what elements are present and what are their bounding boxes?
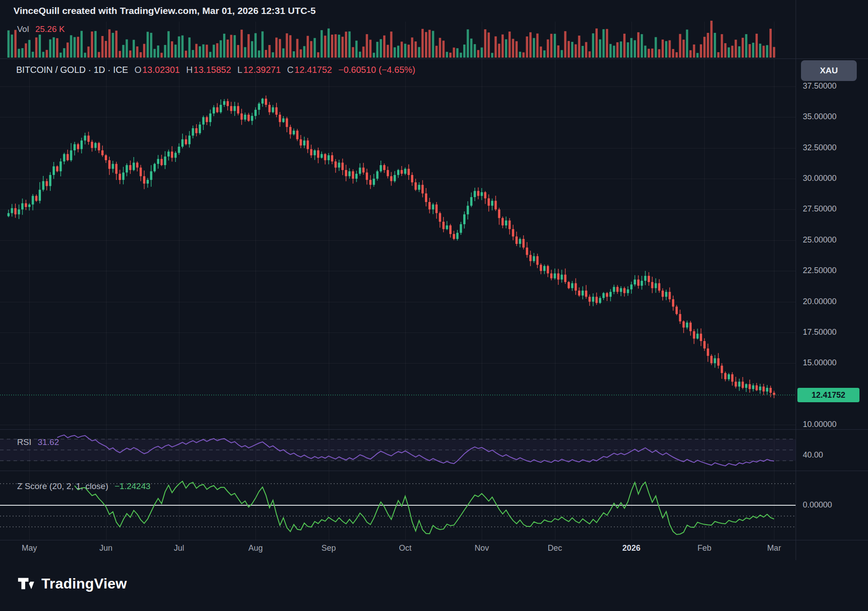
price-tick-label: 37.50000 — [803, 81, 837, 91]
rsi-axis-label: 40.00 — [803, 450, 823, 460]
price-tick-label: 32.50000 — [803, 143, 837, 153]
brand-name: TradingView — [41, 575, 127, 592]
ohlc-high: H13.15852 — [186, 65, 231, 75]
price-tick-label: 20.00000 — [803, 297, 837, 306]
time-tick-label: Dec — [537, 544, 573, 553]
time-tick-label: May — [11, 544, 47, 553]
zscore-axis-label: 0.00000 — [803, 500, 832, 510]
zscore-label: Z Score (20, 2, 1, close) — [17, 481, 108, 491]
time-tick-label: Sep — [311, 544, 347, 553]
price-tick-label: 17.50000 — [803, 328, 837, 337]
attribution-text: VinceQuill created with TradingView.com,… — [13, 5, 316, 16]
time-tick-label: Jul — [161, 544, 197, 553]
price-axis[interactable]: 37.5000035.0000032.5000030.0000027.50000… — [796, 0, 868, 560]
time-tick-label: Jun — [88, 544, 124, 553]
time-tick-label: Mar — [756, 544, 792, 553]
tradingview-chart: VinceQuill created with TradingView.com,… — [0, 0, 868, 611]
time-tick-label: Oct — [387, 544, 423, 553]
time-tick-label: Aug — [237, 544, 273, 553]
volume-legend: Vol 25.26 K — [17, 24, 65, 34]
ohlc-low: L12.39271 — [237, 65, 281, 75]
rsi-value: 31.62 — [38, 437, 59, 447]
rsi-label: RSI — [17, 437, 31, 447]
time-tick-label: Nov — [464, 544, 500, 553]
symbol-title[interactable]: BITCOIN / GOLD · 1D · ICE — [16, 65, 128, 75]
time-tick-label: Feb — [686, 544, 722, 553]
footer-brand: TradingView — [16, 574, 127, 593]
price-tick-label: 22.50000 — [803, 266, 837, 275]
volume-value: 25.26 K — [35, 24, 65, 34]
time-tick-label: 2026 — [613, 544, 649, 553]
price-tick-label: 15.00000 — [803, 358, 837, 368]
tradingview-logo-icon — [16, 574, 35, 593]
last-price-badge: 12.41752 — [797, 388, 859, 402]
zscore-legend: Z Score (20, 2, 1, close) −1.24243 — [17, 481, 151, 491]
volume-label: Vol — [17, 24, 29, 34]
price-tick-label: 30.00000 — [803, 174, 837, 183]
change-value: −0.60510 (−4.65%) — [338, 65, 415, 75]
price-tick-label: 27.50000 — [803, 204, 837, 214]
price-tick-label: 35.00000 — [803, 112, 837, 121]
chart-plot-area[interactable] — [0, 0, 868, 611]
price-tick-label: 10.00000 — [803, 420, 837, 429]
price-tick-label: 25.00000 — [803, 235, 837, 245]
rsi-legend: RSI 31.62 — [17, 437, 59, 447]
ohlc-close: C12.41752 — [287, 65, 332, 75]
zscore-value: −1.24243 — [115, 481, 151, 491]
time-axis[interactable]: MayJunJulAugSepOctNovDec2026FebMar — [0, 540, 796, 562]
ohlc-open: O13.02301 — [134, 65, 180, 75]
symbol-legend: BITCOIN / GOLD · 1D · ICE O13.02301 H13.… — [16, 65, 415, 75]
